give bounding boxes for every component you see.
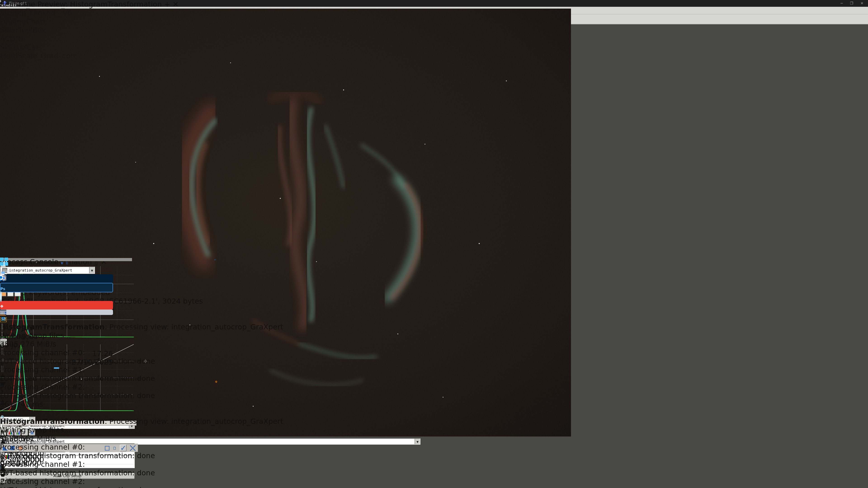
image-info: w:2963 · h:2926 · n:3 · i16 · RGB · 49.6…	[0, 377, 140, 381]
tray-match: LAZ - JUV	[0, 323, 35, 332]
windows-taskbar: Search Ps Ps ❖	[0, 258, 113, 366]
search-input[interactable]: Search	[0, 265, 113, 274]
console-line: LUT-based histogram transformation: done	[0, 468, 283, 477]
scroll-left-icon: ◀	[274, 258, 276, 261]
process-icon-label: FindingChart	[0, 17, 46, 26]
process-icon-Stretch_Llinked__V6[interactable]: Stretch_Llinked__V6	[0, 8, 868, 17]
scroll-right-icon: ▶	[279, 258, 281, 261]
faded-process-icons: Stretch_Unlinked_V6Stretch_Llinked__V6Fi…	[0, 0, 868, 60]
process-icon-MultiScale_Grad_corr[interactable]: MultiScale_Grad_corr	[0, 52, 868, 60]
calculator-icon[interactable]	[0, 309, 113, 315]
tray-date: 27/10/2025	[0, 358, 113, 366]
console-line: LUT-based histogram transformation: done	[0, 451, 283, 460]
pan-crosshair-icon[interactable]: ✥	[144, 359, 147, 364]
console-line: 161.741 ms	[0, 400, 283, 409]
process-icon-Stretch_Unlinked_V6[interactable]: Stretch_Unlinked_V6	[0, 0, 868, 8]
console-line: Processing channel #2:	[0, 477, 283, 486]
console-line: Processing channel #0:	[0, 443, 283, 451]
console-line: 1588.661 MiB/s	[0, 434, 283, 443]
process-icon-SolarToolBox[interactable]: SolarToolBox	[0, 26, 868, 34]
process-icon-label: Stretch_Unlinked_V6	[0, 0, 74, 8]
console-line: HistogramTransformation: Processing view…	[0, 417, 283, 426]
sports-widget-icon: 1	[0, 315, 113, 323]
astro-app-icon[interactable]	[0, 292, 113, 301]
start-button[interactable]	[0, 258, 113, 265]
console-line	[0, 409, 283, 417]
process-icon-SPFLUXCal[interactable]: SPFLUXCal	[0, 43, 868, 52]
asi-studio-icon[interactable]: ❖	[0, 301, 113, 309]
process-icon-FindingChart[interactable]: FindingChart	[0, 17, 868, 26]
tray-time: 17:26	[0, 349, 113, 358]
active-indicator	[54, 367, 59, 368]
process-icon-label: MultiScale_Grad_corr	[0, 52, 76, 60]
tray-subtitle: Pontuação do jo.	[0, 332, 35, 349]
console-line: Processing channel #1:	[0, 460, 283, 468]
console-line: LUT-based histogram transformation: done	[0, 486, 283, 488]
console-line: Writing swap files...	[0, 426, 283, 434]
system-tray[interactable]: 1 LAZ - JUV Pontuação do jo. 17:26 27/10…	[0, 315, 113, 366]
console-line: Processing channel #2:	[0, 383, 283, 391]
process-icon-label: Stretch_Llinked__V6	[0, 8, 72, 17]
photoshop-active-icon[interactable]: Ps	[0, 283, 113, 292]
process-icon-label: SolarToolBox	[0, 26, 46, 34]
chevron-down-icon: ▼	[414, 439, 420, 444]
process-icon-label: ACDNR	[0, 34, 26, 43]
photoshop-icon[interactable]: Ps	[0, 274, 113, 283]
pixinsight-app: PixInsight ─ ❐ ✕ FILEEDITVIEWIMAGEPREVIE…	[0, 0, 868, 488]
process-icon-ACDNR[interactable]: ACDNR	[0, 34, 868, 43]
process-icon-label: SPFLUXCal	[0, 43, 38, 52]
console-line: LUT-based histogram transformation: done	[0, 391, 283, 400]
